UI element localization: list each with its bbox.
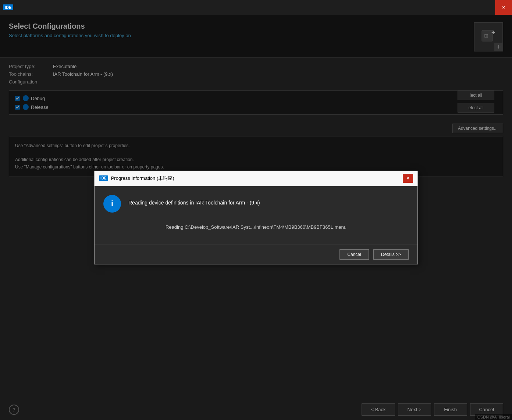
title-bar-logo: IDE xyxy=(3,4,13,10)
close-window-button[interactable]: × xyxy=(495,0,512,15)
progress-info-row: i Reading device definitions in IAR Tool… xyxy=(103,195,409,213)
info-icon-label: i xyxy=(111,199,113,209)
progress-dialog-header: IDE Progress Information (未响应) × xyxy=(95,171,417,186)
progress-main-text: Reading device definitions in IAR Toolch… xyxy=(128,195,260,207)
wizard-window: Select Configurations Select platforms a… xyxy=(0,15,512,420)
progress-dialog-overlay: IDE Progress Information (未响应) × i Readi… xyxy=(0,15,512,420)
progress-dialog-header-left: IDE Progress Information (未响应) xyxy=(99,175,174,182)
progress-details-button[interactable]: Details >> xyxy=(373,249,409,260)
info-circle-icon: i xyxy=(103,195,121,213)
progress-dialog-title: Progress Information (未响应) xyxy=(111,175,174,182)
progress-dialog-footer: Cancel Details >> xyxy=(95,245,417,264)
progress-detail-text: Reading C:\Develop_Software\IAR Syst...\… xyxy=(103,224,409,230)
progress-dialog-body: i Reading device definitions in IAR Tool… xyxy=(95,186,417,245)
progress-dialog-close-button[interactable]: × xyxy=(403,174,413,183)
title-bar: IDE × xyxy=(0,0,512,15)
progress-dialog-logo: IDE xyxy=(99,175,108,181)
progress-cancel-button[interactable]: Cancel xyxy=(339,249,369,260)
progress-dialog: IDE Progress Information (未响应) × i Readi… xyxy=(94,171,418,264)
